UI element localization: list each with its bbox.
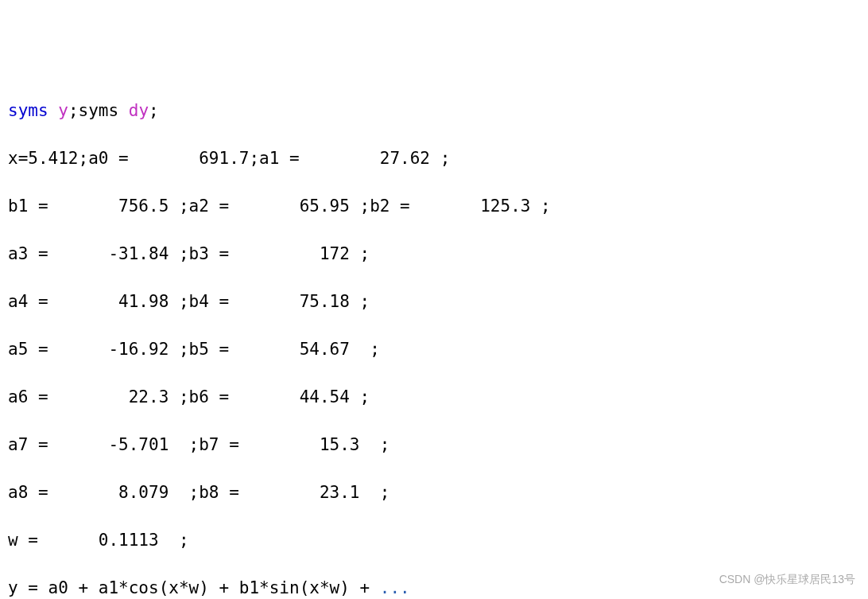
code-line-3: b1 = 756.5 ;a2 = 65.95 ;b2 = 125.3 ;: [8, 194, 860, 218]
code-line-6: a5 = -16.92 ;b5 = 54.67 ;: [8, 337, 860, 361]
symbol-dy: dy: [129, 101, 149, 120]
code-line-4: a3 = -31.84 ;b3 = 172 ;: [8, 242, 860, 266]
code-line-2: x=5.412;a0 = 691.7;a1 = 27.62 ;: [8, 146, 860, 170]
code-line-10: w = 0.1113 ;: [8, 528, 860, 552]
code-line-7: a6 = 22.3 ;b6 = 44.54 ;: [8, 385, 860, 409]
continuation-dots: ...: [380, 578, 410, 597]
code-line-8: a7 = -5.701 ;b7 = 15.3 ;: [8, 433, 860, 457]
watermark: CSDN @快乐星球居民13号: [719, 567, 855, 591]
code-line-5: a4 = 41.98 ;b4 = 75.18 ;: [8, 290, 860, 313]
code-line-1: syms y;syms dy;: [8, 99, 860, 123]
keyword-syms: syms: [8, 101, 58, 120]
symbol-y: y: [58, 101, 68, 120]
code-line-9: a8 = 8.079 ;b8 = 23.1 ;: [8, 480, 860, 504]
